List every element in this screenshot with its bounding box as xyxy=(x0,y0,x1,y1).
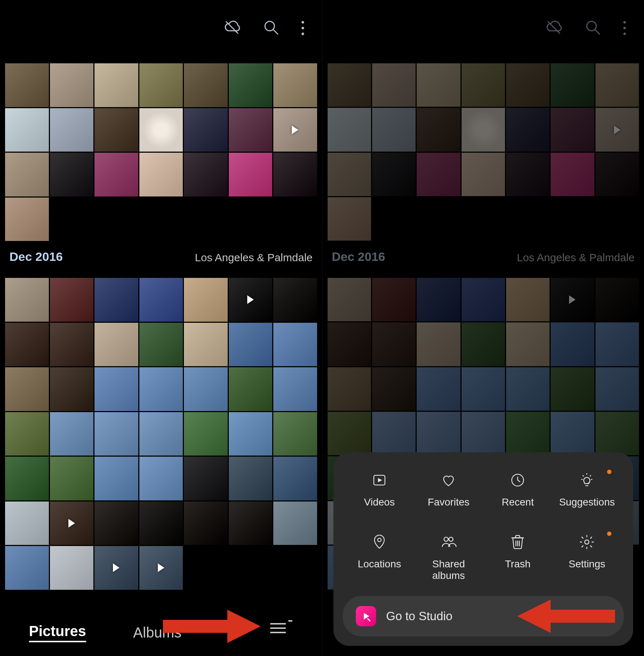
photo-thumbnail xyxy=(184,198,228,241)
photo-thumbnail[interactable] xyxy=(94,367,138,411)
photo-thumbnail[interactable] xyxy=(273,153,317,196)
photo-thumbnail[interactable] xyxy=(184,412,228,456)
photo-thumbnail[interactable] xyxy=(273,108,317,152)
go-to-studio-button[interactable]: Go to Studio › xyxy=(343,596,624,636)
tab-albums[interactable]: Albums xyxy=(133,625,181,641)
photo-thumbnail[interactable] xyxy=(94,457,138,500)
photo-thumbnail[interactable] xyxy=(94,412,138,456)
photo-thumbnail[interactable] xyxy=(139,367,183,411)
section-header[interactable]: Dec 2016 Los Angeles & Palmdale xyxy=(9,250,313,264)
photo-thumbnail[interactable] xyxy=(273,63,317,107)
photo-thumbnail[interactable] xyxy=(273,323,317,367)
photo-thumbnail[interactable] xyxy=(94,323,138,367)
photo-thumbnail[interactable] xyxy=(94,63,138,107)
photo-thumbnail[interactable] xyxy=(229,501,273,545)
photo-thumbnail[interactable] xyxy=(50,153,94,196)
photo-thumbnail[interactable] xyxy=(139,457,183,500)
photo-thumbnail[interactable] xyxy=(229,457,273,500)
more-vert-icon[interactable] xyxy=(302,21,304,35)
photo-thumbnail[interactable] xyxy=(50,108,94,152)
photo-thumbnail[interactable] xyxy=(229,153,273,196)
photo-thumbnail[interactable] xyxy=(184,501,228,545)
suggestions-icon xyxy=(578,472,595,490)
photo-thumbnail[interactable] xyxy=(273,278,317,322)
photo-thumbnail[interactable] xyxy=(50,546,94,590)
photo-thumbnail[interactable] xyxy=(139,546,183,590)
photo-thumbnail[interactable] xyxy=(5,367,49,411)
photo-thumbnail[interactable] xyxy=(94,501,138,545)
photo-thumbnail[interactable] xyxy=(50,278,94,322)
photo-thumbnail[interactable] xyxy=(5,323,49,367)
chevron-right-icon: › xyxy=(606,608,611,625)
photo-thumbnail[interactable] xyxy=(5,546,49,590)
photo-thumbnail[interactable] xyxy=(229,63,273,107)
menu-item-recent[interactable]: Recent xyxy=(483,472,552,508)
photo-thumbnail[interactable] xyxy=(50,63,94,107)
photo-thumbnail[interactable] xyxy=(184,457,228,500)
photo-thumbnail[interactable] xyxy=(5,63,49,107)
photo-thumbnail[interactable] xyxy=(5,501,49,545)
photo-thumbnail[interactable] xyxy=(5,457,49,500)
photo-thumbnail[interactable] xyxy=(229,412,273,456)
photo-thumbnail[interactable] xyxy=(139,153,183,196)
photo-thumbnail[interactable] xyxy=(273,412,317,456)
photo-thumbnail[interactable] xyxy=(139,63,183,107)
photo-thumbnail[interactable] xyxy=(5,108,49,152)
menu-item-videos[interactable]: Videos xyxy=(345,472,414,508)
photo-thumbnail[interactable] xyxy=(50,457,94,500)
svg-line-16 xyxy=(590,475,591,477)
svg-point-24 xyxy=(585,540,589,544)
photo-thumbnail[interactable] xyxy=(5,153,49,196)
menu-item-settings[interactable]: Settings xyxy=(552,534,622,581)
photo-thumbnail[interactable] xyxy=(273,457,317,500)
photo-thumbnail[interactable] xyxy=(5,198,49,241)
photo-thumbnail[interactable] xyxy=(94,278,138,322)
menu-item-suggestions[interactable]: Suggestions xyxy=(552,472,622,508)
play-icon xyxy=(292,126,298,134)
svg-line-0 xyxy=(226,22,238,33)
photo-thumbnail[interactable] xyxy=(50,323,94,367)
photo-thumbnail[interactable] xyxy=(184,63,228,107)
photo-thumbnail[interactable] xyxy=(229,108,273,152)
photo-thumbnail[interactable] xyxy=(229,367,273,411)
menu-item-locations[interactable]: Locations xyxy=(345,534,414,581)
photo-thumbnail xyxy=(229,198,273,241)
photo-thumbnail[interactable] xyxy=(273,501,317,545)
photo-thumbnail[interactable] xyxy=(139,323,183,367)
menu-item-favorites[interactable]: Favorites xyxy=(414,472,483,508)
photo-thumbnail[interactable] xyxy=(50,412,94,456)
search-icon[interactable] xyxy=(262,19,280,38)
svg-point-18 xyxy=(444,537,449,541)
photo-thumbnail[interactable] xyxy=(94,108,138,152)
menu-item-trash[interactable]: Trash xyxy=(483,534,552,581)
photo-thumbnail[interactable] xyxy=(94,153,138,196)
photo-thumbnail[interactable] xyxy=(184,153,228,196)
cloud-off-icon[interactable] xyxy=(223,19,241,38)
menu-grid: VideosFavoritesRecentSuggestionsLocation… xyxy=(343,465,624,596)
photo-thumbnail[interactable] xyxy=(139,108,183,152)
gallery-screen-right: Dec 2016 Los Angeles & Palmdale VideosFa… xyxy=(322,0,644,656)
menu-item-label: Suggestions xyxy=(559,496,615,508)
photo-thumbnail[interactable] xyxy=(184,108,228,152)
photo-thumbnail[interactable] xyxy=(184,367,228,411)
photo-thumbnail[interactable] xyxy=(50,501,94,545)
notification-dot xyxy=(288,620,292,622)
photo-thumbnail[interactable] xyxy=(273,367,317,411)
photo-thumbnail[interactable] xyxy=(5,278,49,322)
photo-thumbnail[interactable] xyxy=(50,367,94,411)
photo-thumbnail[interactable] xyxy=(139,412,183,456)
tab-pictures[interactable]: Pictures xyxy=(29,623,86,642)
photo-thumbnail[interactable] xyxy=(184,323,228,367)
menu-item-shared-albums[interactable]: Shared albums xyxy=(414,534,483,581)
photo-thumbnail[interactable] xyxy=(94,546,138,590)
notification-dot xyxy=(607,470,611,474)
photo-thumbnail[interactable] xyxy=(229,323,273,367)
photo-thumbnail[interactable] xyxy=(184,278,228,322)
hamburger-menu-icon[interactable] xyxy=(270,620,286,636)
notification-dot xyxy=(607,532,611,536)
photo-thumbnail[interactable] xyxy=(139,501,183,545)
photo-thumbnail[interactable] xyxy=(5,412,49,456)
photo-thumbnail[interactable] xyxy=(139,278,183,322)
photo-thumbnail[interactable] xyxy=(229,278,273,322)
menu-item-label: Shared albums xyxy=(432,558,465,581)
